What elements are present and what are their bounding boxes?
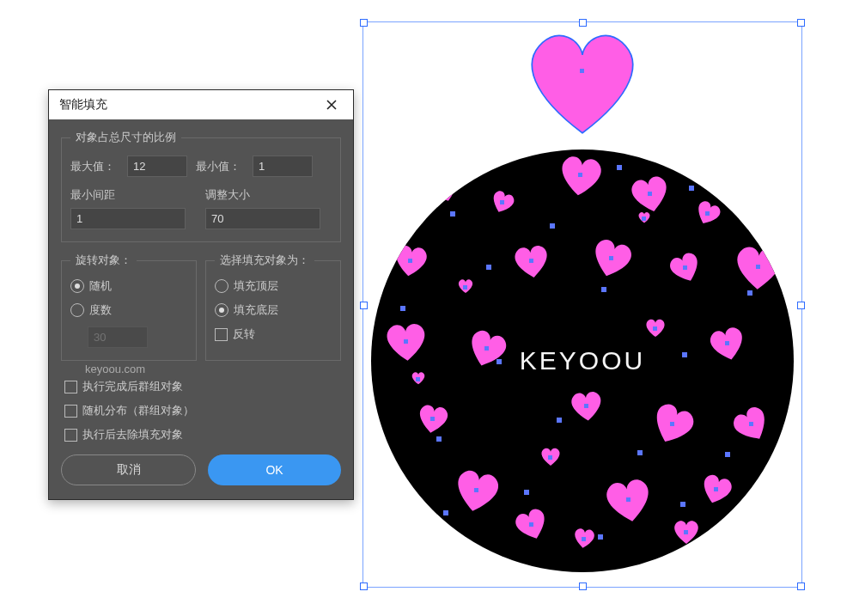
rotate-random-radio[interactable]: 随机 (70, 278, 187, 294)
anchor-handle[interactable] (714, 487, 718, 491)
anchor-handle[interactable] (524, 490, 529, 495)
anchor-handle[interactable] (642, 217, 646, 221)
resize-input[interactable] (205, 208, 320, 229)
anchor-handle[interactable] (463, 285, 467, 290)
heart-shape[interactable] (644, 318, 667, 338)
heart-shape[interactable] (557, 155, 605, 198)
fill-top-radio[interactable]: 填充顶层 (215, 278, 332, 294)
heart-shape[interactable] (668, 253, 703, 284)
heart-shape[interactable] (637, 211, 651, 223)
anchor-handle[interactable] (416, 377, 420, 381)
anchor-handle[interactable] (609, 256, 613, 260)
anchor-handle[interactable] (404, 339, 408, 344)
heart-shape[interactable] (490, 191, 515, 214)
selection-handle[interactable] (797, 19, 805, 27)
anchor-handle[interactable] (756, 265, 760, 269)
invert-check[interactable]: 反转 (215, 326, 332, 342)
anchor-handle[interactable] (500, 200, 504, 204)
fill-target-circle[interactable]: KEYOOU (371, 149, 794, 572)
heart-shape[interactable] (629, 175, 672, 214)
anchor-handle[interactable] (450, 211, 455, 217)
artboard-selection[interactable]: KEYOOU (363, 22, 801, 587)
anchor-handle[interactable] (653, 326, 657, 331)
anchor-handle[interactable] (747, 290, 752, 296)
heart-shape[interactable] (416, 404, 450, 435)
anchor-handle[interactable] (725, 452, 730, 457)
anchor-handle[interactable] (689, 186, 694, 191)
anchor-handle[interactable] (474, 488, 478, 492)
heart-shape[interactable] (392, 244, 430, 278)
anchor-handle[interactable] (584, 404, 588, 408)
random-dist-check[interactable]: 随机分布（群组对象） (64, 403, 341, 418)
anchor-handle[interactable] (683, 265, 687, 270)
heart-shape[interactable] (512, 244, 551, 279)
heart-shape[interactable] (732, 407, 771, 442)
anchor-handle[interactable] (548, 455, 552, 460)
anchor-handle[interactable] (484, 346, 489, 351)
anchor-handle[interactable] (582, 537, 586, 541)
anchor-handle[interactable] (598, 534, 603, 540)
heart-shape[interactable] (699, 474, 734, 505)
selection-handle[interactable] (360, 19, 368, 27)
remove-fill-check[interactable]: 执行后去除填充对象 (64, 427, 341, 442)
selection-handle[interactable] (360, 582, 368, 590)
anchor-handle[interactable] (749, 422, 753, 426)
anchor-handle[interactable] (684, 530, 688, 534)
anchor-handle[interactable] (400, 306, 405, 311)
anchor-handle[interactable] (648, 192, 652, 196)
anchor-handle[interactable] (637, 450, 643, 455)
anchor-handle[interactable] (497, 359, 502, 364)
selection-handle[interactable] (797, 302, 805, 309)
ok-button[interactable]: OK (208, 454, 341, 485)
anchor-handle[interactable] (670, 422, 674, 426)
anchor-handle[interactable] (443, 510, 448, 515)
selection-handle[interactable] (360, 302, 368, 309)
anchor-handle[interactable] (617, 165, 622, 170)
heart-shape[interactable] (514, 509, 550, 541)
cancel-button[interactable]: 取消 (61, 454, 196, 485)
selection-handle[interactable] (579, 582, 587, 590)
selection-handle[interactable] (797, 582, 805, 590)
anchor-handle[interactable] (626, 497, 631, 502)
heart-shape[interactable] (708, 326, 747, 362)
anchor-handle[interactable] (725, 341, 729, 345)
anchor-handle[interactable] (557, 418, 562, 423)
anchor-handle[interactable] (529, 259, 533, 263)
heart-shape[interactable] (589, 239, 634, 279)
anchor-handle[interactable] (580, 69, 584, 73)
heart-shape[interactable] (694, 201, 722, 226)
anchor-handle[interactable] (436, 436, 442, 442)
anchor-handle[interactable] (430, 417, 435, 421)
heart-shape[interactable] (603, 478, 655, 524)
heart-shape[interactable] (672, 519, 701, 546)
heart-shape[interactable] (569, 390, 605, 423)
max-input[interactable] (127, 156, 187, 177)
heart-shape[interactable] (383, 321, 430, 363)
anchor-handle[interactable] (408, 259, 412, 263)
anchor-handle[interactable] (682, 352, 687, 357)
anchor-handle[interactable] (680, 502, 685, 507)
heart-shape[interactable] (572, 528, 596, 549)
anchor-handle[interactable] (550, 223, 555, 229)
heart-shape[interactable] (452, 469, 502, 514)
fill-bottom-radio[interactable]: 填充底层 (215, 302, 332, 318)
heart-shape[interactable] (411, 371, 426, 385)
anchor-handle[interactable] (441, 182, 445, 186)
heart-shape[interactable] (457, 278, 474, 294)
heart-shape[interactable] (649, 404, 696, 446)
rotate-degree-radio[interactable]: 度数 (70, 302, 187, 318)
close-icon[interactable] (320, 97, 343, 113)
min-input[interactable] (253, 156, 313, 177)
anchor-handle[interactable] (486, 265, 491, 270)
heart-shape[interactable] (423, 167, 464, 204)
anchor-handle[interactable] (601, 287, 606, 292)
dialog-title-bar[interactable]: 智能填充 (49, 90, 353, 119)
gap-input[interactable] (70, 208, 186, 229)
selection-handle[interactable] (579, 19, 587, 27)
heart-shape[interactable] (732, 244, 785, 292)
heart-shape[interactable] (539, 447, 562, 467)
anchor-handle[interactable] (578, 173, 582, 177)
group-after-check[interactable]: 执行完成后群组对象 (64, 379, 341, 394)
anchor-handle[interactable] (529, 522, 533, 527)
heart-shape[interactable] (466, 330, 509, 369)
